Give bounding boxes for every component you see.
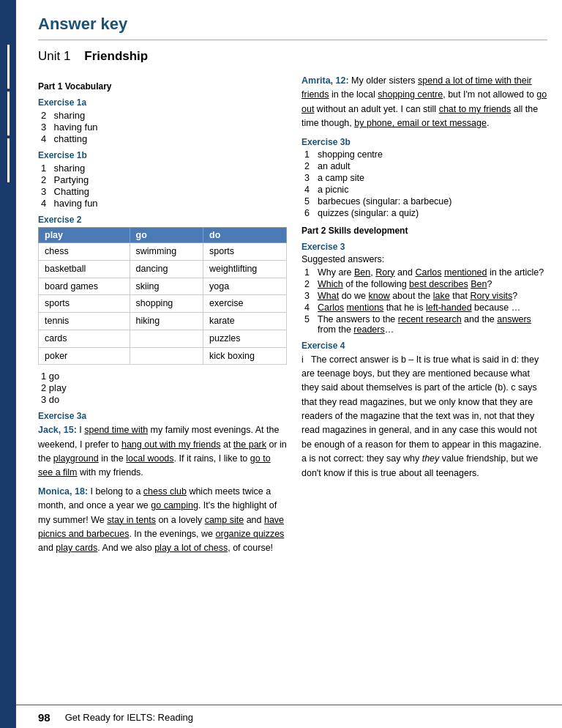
answer-text: Why are Ben, Rory and Carlos mentioned i…	[318, 267, 544, 278]
amrita-speaker: Amrita, 12:	[301, 75, 349, 86]
table-row: poker kick boxing	[39, 347, 287, 365]
list-item: 4 having fun	[41, 198, 287, 209]
unit-heading: Unit 1 Friendship	[38, 49, 547, 64]
table-cell: dancing	[130, 260, 203, 278]
ex4-text: i The correct answer is b – It is true w…	[301, 353, 547, 480]
list-item: 2 an adult	[304, 161, 547, 171]
part2-label: Part 2 Skills development	[301, 226, 547, 236]
main-content: Answer key Unit 1 Friendship Part 1 Voca…	[16, 0, 562, 705]
table-cell: hiking	[130, 313, 203, 330]
right-column: Amrita, 12: My older sisters spend a lot…	[301, 74, 547, 690]
table-cell: puzzles	[203, 330, 287, 347]
monica-paragraph: Monica, 18: I belong to a chess club whi…	[38, 485, 287, 556]
table-cell: tennis	[39, 313, 130, 330]
list-item: 3 having fun	[41, 122, 287, 133]
bar-line-3	[7, 138, 10, 182]
col-do: do	[203, 228, 287, 243]
table-cell: poker	[39, 347, 130, 365]
page-title: Answer key	[38, 15, 547, 40]
list-item: 6 quizzes (singular: a quiz)	[304, 208, 547, 218]
ex2-answers: 1 go 2 play 3 do	[41, 371, 287, 405]
table-cell: exercise	[203, 295, 287, 313]
table-cell: basketball	[39, 260, 130, 278]
table-row: chess swimming sports	[39, 243, 287, 261]
list-item: 3 What do we know about the lake that Ro…	[304, 291, 547, 301]
ex3b-list: 1 shopping centre 2 an adult 3 a camp si…	[304, 149, 547, 218]
bar-line-2	[7, 92, 10, 135]
footer-page-number: 98	[38, 711, 50, 724]
jack-paragraph: Jack, 15: I spend time with my family mo…	[38, 423, 287, 480]
table-row: sports shopping exercise	[39, 295, 287, 313]
table-cell: board games	[39, 278, 130, 295]
ex3-label: Exercise 3	[301, 242, 547, 252]
table-cell	[130, 330, 203, 347]
list-item: 4 Carlos mentions that he is left-handed…	[304, 302, 547, 313]
ex3b-label: Exercise 3b	[301, 137, 547, 147]
list-item: 5 barbecues (singular: a barbecue)	[304, 196, 547, 207]
amrita-paragraph: Amrita, 12: My older sisters spend a lot…	[301, 74, 547, 131]
unit-number: Unit 1	[38, 49, 70, 63]
suggested-text: Suggested answers:	[301, 254, 547, 264]
table-cell: kick boxing	[203, 347, 287, 365]
list-item: 2 Partying	[41, 174, 287, 185]
list-item: 1 sharing	[41, 163, 287, 174]
table-cell: sports	[39, 295, 130, 313]
table-cell: sports	[203, 243, 287, 261]
ex3-answers: 1 Why are Ben, Rory and Carlos mentioned…	[304, 267, 547, 335]
table-cell: cards	[39, 330, 130, 347]
table-cell: weightlifting	[203, 260, 287, 278]
ex2-table: play go do chess swimming sports basketb…	[38, 227, 287, 365]
table-cell	[130, 347, 203, 365]
answer-text: Carlos mentions that he is left-handed b…	[318, 302, 520, 313]
bar-line-1	[7, 45, 10, 89]
ex2-label: Exercise 2	[38, 215, 287, 225]
ex3a-label: Exercise 3a	[38, 411, 287, 421]
list-item: 4 chatting	[41, 133, 287, 144]
list-item: 1 go	[41, 371, 287, 382]
list-item: 2 sharing	[41, 110, 287, 121]
col-go: go	[130, 228, 203, 243]
table-row: cards puzzles	[39, 330, 287, 347]
ex1a-list: 2 sharing 3 having fun 4 chatting	[41, 110, 287, 144]
ex1b-list: 1 sharing 2 Partying 3 Chatting 4 having…	[41, 163, 287, 209]
table-cell: shopping	[130, 295, 203, 313]
table-row: board games skiing yoga	[39, 278, 287, 295]
list-item: 3 a camp site	[304, 173, 547, 183]
table-row: basketball dancing weightlifting	[39, 260, 287, 278]
two-column-layout: Part 1 Vocabulary Exercise 1a 2 sharing …	[38, 74, 547, 690]
list-item: 4 a picnic	[304, 185, 547, 195]
list-item: 3 do	[41, 394, 287, 405]
answer-text: The answers to the recent research and t…	[318, 314, 547, 335]
page: Answer key Unit 1 Friendship Part 1 Voca…	[0, 0, 562, 728]
left-bar	[0, 0, 16, 728]
answer-text: Which of the following best describes Be…	[318, 279, 492, 289]
answer-text: What do we know about the lake that Rory…	[318, 291, 517, 301]
unit-name: Friendship	[84, 49, 148, 63]
ex1a-label: Exercise 1a	[38, 97, 287, 108]
list-item: 2 Which of the following best describes …	[304, 279, 547, 289]
left-column: Part 1 Vocabulary Exercise 1a 2 sharing …	[38, 74, 287, 690]
col-play: play	[39, 228, 130, 243]
table-cell: yoga	[203, 278, 287, 295]
ex4-label: Exercise 4	[301, 341, 547, 351]
footer-book-title: Get Ready for IELTS: Reading	[65, 712, 193, 723]
table-cell: karate	[203, 313, 287, 330]
list-item: 1 shopping centre	[304, 149, 547, 160]
table-cell: skiing	[130, 278, 203, 295]
list-item: 2 play	[41, 382, 287, 393]
table-row: tennis hiking karate	[39, 313, 287, 330]
table-cell: chess	[39, 243, 130, 261]
list-item: 3 Chatting	[41, 186, 287, 197]
list-item: 5 The answers to the recent research and…	[304, 314, 547, 335]
page-footer: 98 Get Ready for IELTS: Reading	[16, 705, 562, 728]
table-cell: swimming	[130, 243, 203, 261]
jack-speaker: Jack, 15:	[38, 425, 77, 435]
part1-label: Part 1 Vocabulary	[38, 81, 287, 92]
ex1b-label: Exercise 1b	[38, 150, 287, 160]
list-item: 1 Why are Ben, Rory and Carlos mentioned…	[304, 267, 547, 278]
monica-speaker: Monica, 18:	[38, 486, 88, 497]
